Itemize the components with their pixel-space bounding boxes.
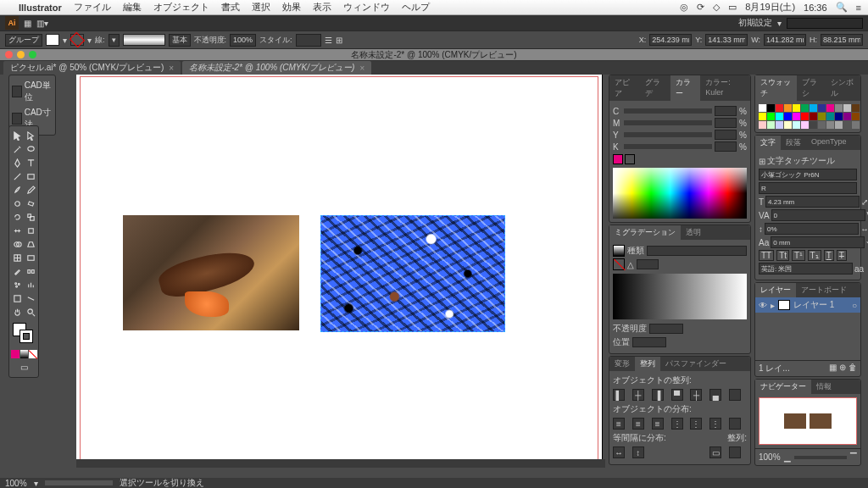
shape-builder-tool[interactable]	[11, 238, 24, 251]
swatch[interactable]	[852, 104, 860, 112]
font-size-field[interactable]	[765, 196, 860, 208]
sync-icon[interactable]: ⟳	[697, 2, 704, 13]
menu-object[interactable]: オブジェクト	[153, 1, 209, 14]
stroke-weight[interactable]: ▾	[108, 34, 120, 47]
swatch[interactable]	[818, 104, 826, 112]
graph-tool[interactable]	[25, 279, 37, 291]
dist-bottom-icon[interactable]: ≡	[652, 418, 664, 430]
swatch[interactable]	[852, 121, 860, 129]
fill-menu-icon[interactable]: ▾	[63, 36, 67, 45]
search-input[interactable]	[787, 18, 863, 29]
stroke-swatch[interactable]	[70, 34, 84, 46]
color-panel[interactable]: アピアグラデカラーカラー: Kuler C% M% Y% K%	[609, 75, 751, 223]
swatch[interactable]	[793, 121, 800, 129]
vscale-field[interactable]	[765, 223, 859, 235]
canvas[interactable]	[76, 75, 605, 478]
space-h-icon[interactable]: ↔	[613, 446, 625, 458]
type-tool[interactable]	[25, 157, 37, 169]
transform-icon[interactable]: ⊞	[336, 36, 342, 45]
new-layer-icon[interactable]: ▦ ⊕ 🗑	[829, 363, 857, 374]
swatch[interactable]	[801, 104, 809, 112]
app-menu[interactable]: Illustrator	[19, 3, 62, 13]
status-scroll[interactable]	[45, 480, 113, 485]
stroke-chip[interactable]	[625, 154, 635, 164]
swatch[interactable]	[843, 113, 851, 120]
y-field[interactable]	[705, 34, 748, 46]
battery-icon[interactable]: ▭	[728, 2, 737, 13]
workspace-preset[interactable]: 初期設定	[738, 17, 772, 29]
placed-image-1[interactable]	[123, 215, 299, 330]
align-to-icon[interactable]: ▭	[709, 446, 721, 458]
symbol-spray-tool[interactable]	[11, 279, 24, 291]
zoom-slider[interactable]	[794, 456, 847, 459]
x-field[interactable]	[649, 34, 692, 46]
target-icon[interactable]: ○	[852, 301, 857, 310]
zoom-window-icon[interactable]	[29, 51, 36, 58]
rotate-tool[interactable]	[11, 211, 24, 224]
dist-vcenter-icon[interactable]: ≡	[632, 418, 644, 430]
color-spectrum[interactable]	[613, 168, 747, 219]
swatch[interactable]	[784, 104, 792, 112]
color-mode-icon[interactable]	[11, 347, 37, 360]
menu-file[interactable]: ファイル	[74, 1, 111, 14]
align-top-icon[interactable]: ▀	[671, 389, 683, 401]
placed-image-2-selected[interactable]	[320, 215, 505, 332]
stroke-profile[interactable]	[123, 34, 165, 46]
swatch[interactable]	[826, 104, 834, 112]
swatch[interactable]	[801, 121, 809, 129]
swatch[interactable]	[767, 113, 775, 120]
layer-row[interactable]: 👁 ▸ レイヤー 1 ○	[755, 297, 860, 313]
free-transform-tool[interactable]	[25, 225, 37, 237]
font-family-field[interactable]	[759, 169, 857, 180]
blend-tool[interactable]	[25, 265, 37, 278]
style-value[interactable]	[296, 34, 321, 47]
zoom-tool[interactable]	[25, 306, 37, 319]
screen-mode-icon[interactable]: ▭	[11, 361, 37, 374]
blob-tool[interactable]	[11, 197, 24, 210]
swatch[interactable]	[776, 104, 783, 112]
bridge-icon[interactable]: ▦	[24, 19, 31, 28]
gradient-ramp[interactable]	[613, 274, 747, 319]
align-vcenter-icon[interactable]: ┼	[690, 389, 702, 401]
gradient-chip[interactable]	[613, 245, 625, 257]
visibility-icon[interactable]: 👁	[759, 301, 767, 310]
swatch[interactable]	[759, 113, 766, 120]
underline-icon[interactable]: T	[824, 250, 834, 261]
language-field[interactable]	[759, 263, 853, 274]
kerning-field[interactable]	[771, 209, 865, 221]
w-field[interactable]	[764, 34, 806, 46]
tab-doc-1[interactable]: ピクセル.ai* @ 50% (CMYK/プレビュー)×	[3, 61, 181, 75]
dist-hcenter-icon[interactable]: ⋮	[690, 418, 702, 430]
allcaps-icon[interactable]: TT	[759, 250, 774, 261]
close-window-icon[interactable]	[5, 51, 13, 58]
swatch[interactable]	[767, 121, 775, 129]
fill-chip[interactable]	[613, 154, 623, 164]
align-icon[interactable]: ☰	[325, 36, 332, 45]
cad-dim-icon[interactable]	[12, 113, 22, 125]
status-zoom[interactable]: 100%	[5, 479, 27, 488]
swatch[interactable]	[852, 113, 860, 120]
swatch[interactable]	[776, 121, 783, 129]
line-tool[interactable]	[11, 170, 24, 183]
swatch[interactable]	[793, 113, 800, 120]
spotlight-icon[interactable]: 🔍	[836, 2, 848, 13]
scale-tool[interactable]	[25, 211, 37, 224]
space-v-icon[interactable]: ↕	[632, 446, 644, 458]
slice-tool[interactable]	[25, 292, 37, 305]
mac-menubar[interactable]: Illustrator ファイル 編集 オブジェクト 書式 選択 効果 表示 ウ…	[0, 0, 868, 15]
subscript-icon[interactable]: T₁	[808, 250, 821, 261]
swatch[interactable]	[810, 121, 817, 129]
pencil-tool[interactable]	[25, 184, 37, 197]
pen-tool[interactable]	[11, 157, 24, 169]
swatch[interactable]	[818, 113, 826, 120]
swatch[interactable]	[767, 104, 775, 112]
swatch[interactable]	[835, 113, 843, 120]
align-right-icon[interactable]: ▐	[652, 389, 664, 401]
character-panel[interactable]: 文字段落OpenType ⊞文字タッチツール T⤢ VAVA ↕↔ Aa⟲ TT…	[754, 135, 861, 280]
swatch[interactable]	[776, 113, 783, 120]
align-panel[interactable]: 変形整列パスファインダー オブジェクトの整列: ▌┼▐▀┼▄ オブジェクトの分布…	[609, 356, 751, 465]
swatch[interactable]	[843, 121, 851, 129]
align-hcenter-icon[interactable]: ┼	[632, 389, 644, 401]
menu-type[interactable]: 書式	[221, 1, 240, 14]
dist-right-icon[interactable]: ⋮	[709, 418, 721, 430]
